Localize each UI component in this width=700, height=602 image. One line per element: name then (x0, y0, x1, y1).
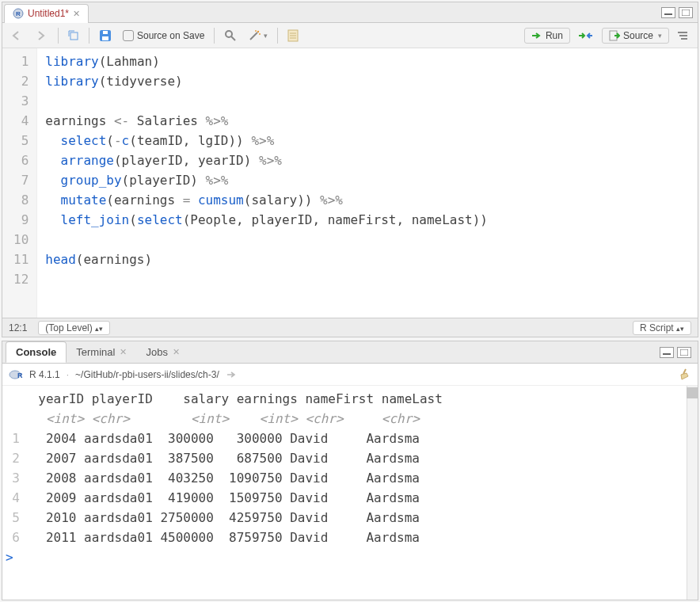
save-button[interactable] (96, 27, 115, 44)
code-line[interactable] (45, 269, 488, 289)
svg-line-10 (250, 32, 257, 40)
code-line[interactable]: group_by(playerID) %>% (45, 170, 488, 190)
svg-point-13 (255, 30, 257, 32)
tab-console[interactable]: Console (6, 341, 67, 363)
close-icon[interactable]: ✕ (120, 347, 127, 357)
source-on-save-label: Source on Save (137, 30, 204, 41)
console-line: yearID playerID salary earnings nameFirs… (6, 389, 694, 409)
source-on-save-toggle[interactable]: Source on Save (120, 27, 207, 44)
svg-point-11 (257, 30, 259, 32)
rerun-button[interactable] (575, 27, 597, 44)
run-label: Run (546, 30, 563, 41)
console-pane: Console Terminal✕ Jobs✕ R R 4.1.1 · ~/Gi… (2, 341, 698, 600)
code-line[interactable] (45, 230, 488, 250)
editor-tabstrip: R Untitled1* ✕ (2, 2, 698, 23)
language-selector[interactable]: R Script ▴▾ (633, 321, 691, 335)
source-icon (609, 30, 620, 41)
code-editor[interactable]: 123456789101112 library(Lahman)library(t… (2, 48, 698, 318)
run-button[interactable]: Run (524, 28, 570, 44)
code-area[interactable]: library(Lahman)library(tidyverse)earning… (37, 48, 496, 318)
close-icon[interactable]: ✕ (73, 9, 80, 19)
svg-point-8 (226, 31, 232, 37)
goto-dir-icon[interactable] (226, 371, 237, 379)
console-line: 4 2009 aardsda01 419000 1509750 David Aa… (6, 488, 694, 508)
minimize-pane-button[interactable] (660, 347, 674, 358)
svg-rect-2 (664, 13, 672, 15)
console-line: 1 2004 aardsda01 300000 300000 David Aar… (6, 429, 694, 448)
checkbox-icon (123, 30, 134, 41)
source-label: Source (623, 30, 653, 41)
report-button[interactable] (284, 27, 302, 44)
svg-rect-7 (103, 31, 108, 34)
svg-rect-6 (102, 36, 108, 40)
cursor-position: 12:1 (9, 322, 27, 333)
close-icon[interactable]: ✕ (173, 347, 180, 357)
r-file-icon: R (13, 8, 24, 19)
maximize-pane-button[interactable] (679, 7, 693, 18)
back-button[interactable] (9, 27, 28, 44)
code-line[interactable]: select(-c(teamID, lgID)) %>% (45, 131, 488, 150)
editor-tab[interactable]: R Untitled1* ✕ (4, 4, 89, 23)
working-dir[interactable]: ~/GitHub/r-pbi-users-ii/slides/ch-3/ (75, 369, 219, 380)
code-line[interactable] (45, 91, 488, 111)
svg-line-9 (231, 36, 235, 40)
code-line[interactable]: mutate(earnings = cumsum(salary)) %>% (45, 190, 488, 210)
svg-rect-3 (682, 10, 690, 16)
code-line[interactable]: head(earnings) (45, 250, 488, 269)
svg-rect-22 (663, 353, 671, 355)
console-line: 3 2008 aardsda01 403250 1090750 David Aa… (6, 468, 694, 488)
console-tabstrip: Console Terminal✕ Jobs✕ (2, 341, 698, 364)
console-output[interactable]: yearID playerID salary earnings nameFirs… (2, 386, 698, 600)
r-logo-icon: R (9, 369, 23, 380)
svg-rect-23 (680, 349, 688, 356)
code-line[interactable]: left_join(select(People, playerID, nameF… (45, 210, 488, 230)
scrollbar[interactable] (687, 386, 698, 600)
r-version: R 4.1.1 (29, 369, 60, 380)
minimize-pane-button[interactable] (661, 7, 675, 18)
editor-tab-title: Untitled1* (28, 8, 69, 19)
code-line[interactable]: arrange(playerID, yearID) %>% (45, 150, 488, 170)
code-line[interactable]: library(tidyverse) (45, 71, 488, 91)
svg-rect-4 (70, 32, 78, 40)
outline-button[interactable] (674, 27, 691, 44)
console-line: 2 2007 aardsda01 387500 687500 David Aar… (6, 448, 694, 468)
tab-jobs[interactable]: Jobs✕ (136, 342, 188, 362)
editor-toolbar: Source on Save ▾ Run Source ▾ (2, 23, 698, 48)
find-button[interactable] (221, 27, 240, 44)
console-line: <int> <chr> <int> <int> <chr> <chr> (6, 409, 694, 429)
source-button[interactable]: Source ▾ (602, 28, 669, 44)
console-line: > (6, 547, 694, 567)
line-gutter: 123456789101112 (2, 48, 37, 318)
code-line[interactable]: library(Lahman) (45, 51, 488, 71)
svg-point-12 (259, 33, 261, 35)
chevron-down-icon: ▾ (658, 32, 662, 40)
console-line: 6 2011 aardsda01 4500000 8759750 David A… (6, 528, 694, 547)
run-arrow-icon (531, 32, 542, 40)
console-info-bar: R R 4.1.1 · ~/GitHub/r-pbi-users-ii/slid… (2, 364, 698, 386)
editor-statusbar: 12:1 (Top Level) ▴▾ R Script ▴▾ (2, 318, 698, 337)
popout-button[interactable] (65, 27, 82, 44)
wand-button[interactable]: ▾ (245, 27, 271, 44)
source-pane: R Untitled1* ✕ Source on Save ▾ Run (2, 2, 698, 337)
forward-button[interactable] (32, 27, 51, 44)
maximize-pane-button[interactable] (677, 347, 691, 358)
scope-selector[interactable]: (Top Level) ▴▾ (38, 321, 110, 335)
clear-console-button[interactable] (679, 368, 691, 381)
tab-terminal[interactable]: Terminal✕ (67, 342, 136, 362)
svg-text:R: R (16, 10, 21, 17)
code-line[interactable]: earnings <- Salaries %>% (45, 111, 488, 131)
console-line: 5 2010 aardsda01 2750000 4259750 David A… (6, 508, 694, 528)
svg-text:R: R (17, 371, 23, 379)
